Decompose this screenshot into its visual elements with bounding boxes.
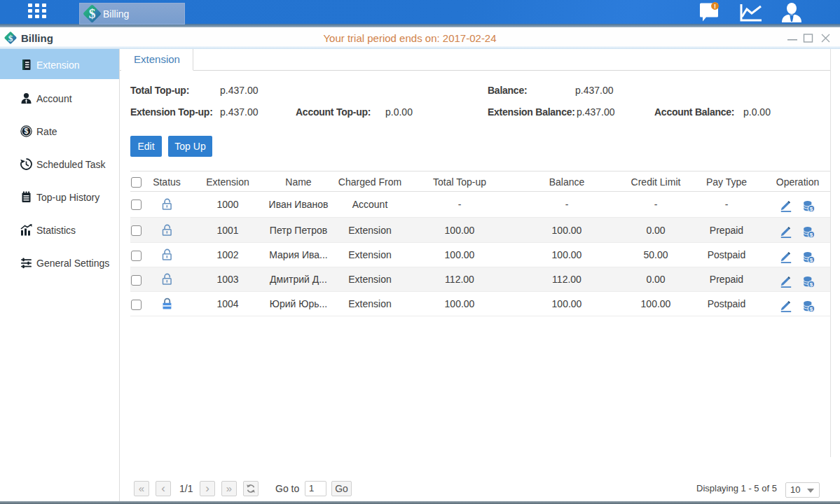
svg-text:$: $: [25, 127, 29, 135]
svg-text:!: !: [714, 3, 716, 10]
